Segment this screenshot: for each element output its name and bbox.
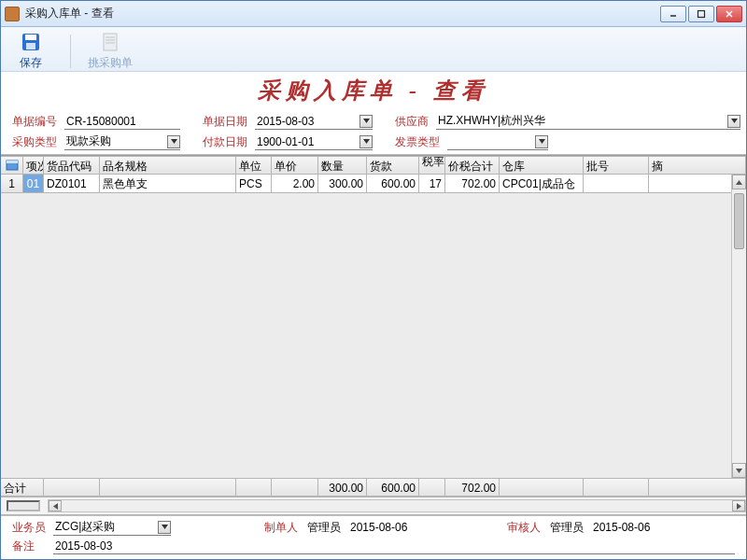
maximize-button[interactable]: [688, 6, 714, 22]
total-amt: 600.00: [367, 478, 419, 497]
purch-type-field[interactable]: 现款采购: [64, 133, 180, 150]
doc-date-label: 单据日期: [203, 114, 255, 130]
footer-form: 业务员 ZCG|赵采购 制单人 管理员 2015-08-06 审核人 管理员 2…: [1, 515, 746, 559]
supplier-field[interactable]: HZ.XHWHY|杭州兴华: [436, 113, 740, 130]
cell-taxamt[interactable]: 702.00: [445, 175, 500, 193]
col-wh[interactable]: 仓库: [500, 156, 584, 175]
save-icon: [20, 31, 42, 53]
invoice-type-field[interactable]: [447, 133, 548, 150]
total-qty: 300.00: [318, 478, 367, 497]
col-tax[interactable]: 税率%: [419, 156, 445, 175]
pay-date-field[interactable]: 1900-01-01: [255, 133, 373, 150]
cell-wh[interactable]: CPC01|成品仓: [500, 175, 584, 193]
sales-label: 业务员: [12, 520, 53, 536]
scroll-left-button[interactable]: [49, 500, 62, 511]
titlebar: 采购入库单 - 查看: [1, 1, 746, 27]
scroll-up-button[interactable]: [732, 175, 746, 189]
chevron-down-icon[interactable]: [158, 521, 171, 534]
save-button[interactable]: 保存: [8, 31, 53, 71]
grid-header: 项次 货品代码 品名规格 单位 单价 数量 货款 税率% 价税合计 仓库 批号 …: [1, 156, 746, 175]
close-button[interactable]: [716, 6, 742, 22]
col-amt[interactable]: 货款: [367, 156, 419, 175]
col-qty[interactable]: 数量: [318, 156, 367, 175]
chevron-down-icon[interactable]: [727, 115, 740, 128]
invoice-type-label: 发票类型: [395, 134, 447, 150]
col-spec[interactable]: 品名规格: [100, 156, 236, 175]
col-unit[interactable]: 单位: [236, 156, 272, 175]
svg-marker-21: [737, 503, 741, 510]
svg-marker-18: [736, 180, 742, 185]
remark-field[interactable]: 2015-08-03: [53, 538, 735, 554]
col-rem[interactable]: 摘: [649, 156, 746, 175]
col-taxamt[interactable]: 价税合计: [445, 156, 500, 175]
checker-name: 管理员: [548, 519, 591, 536]
svg-rect-5: [25, 35, 36, 40]
doc-no-label: 单据编号: [12, 114, 64, 130]
app-icon: [5, 7, 20, 21]
checker-label: 审核人: [507, 520, 548, 536]
chevron-down-icon[interactable]: [167, 135, 180, 148]
svg-marker-13: [171, 139, 177, 144]
cell-code[interactable]: DZ0101: [44, 175, 100, 193]
cell-spec[interactable]: 黑色单支: [100, 175, 236, 193]
chevron-down-icon[interactable]: [359, 115, 373, 128]
scroll-right-button[interactable]: [732, 500, 745, 511]
scroll-down-button[interactable]: [732, 463, 746, 478]
maker-date: 2015-08-06: [348, 519, 423, 536]
col-seq[interactable]: 项次: [23, 156, 44, 175]
svg-marker-14: [363, 139, 370, 144]
cell-price[interactable]: 2.00: [272, 175, 318, 193]
grid-body: 1 01 DZ0101 黑色单支 PCS 2.00 300.00 600.00 …: [1, 175, 746, 478]
svg-rect-17: [7, 161, 18, 163]
svg-marker-19: [736, 469, 742, 473]
maker-label: 制单人: [264, 520, 305, 536]
col-price[interactable]: 单价: [272, 156, 318, 175]
save-label: 保存: [20, 55, 42, 71]
chevron-down-icon[interactable]: [359, 135, 373, 148]
horizontal-scrollbar[interactable]: [48, 499, 746, 512]
purch-type-label: 采购类型: [12, 134, 64, 150]
cell-amt[interactable]: 600.00: [367, 175, 419, 193]
doc-no-field[interactable]: CR-15080001: [64, 113, 180, 130]
header-form: 单据编号 CR-15080001 单据日期 2015-08-03 供应商 HZ.…: [1, 111, 746, 155]
col-code[interactable]: 货品代码: [44, 156, 100, 175]
checker-date: 2015-08-06: [591, 519, 666, 536]
svg-rect-1: [698, 10, 705, 17]
svg-marker-11: [363, 119, 370, 123]
cell-qty[interactable]: 300.00: [318, 175, 367, 193]
vertical-scrollbar[interactable]: [731, 175, 746, 478]
row-selector-header[interactable]: [1, 156, 23, 175]
chevron-down-icon[interactable]: [535, 135, 548, 148]
row-index: 1: [1, 175, 23, 193]
sales-field[interactable]: ZCG|赵采购: [53, 519, 171, 536]
table-row[interactable]: 1 01 DZ0101 黑色单支 PCS 2.00 300.00 600.00 …: [1, 175, 746, 193]
doc-date-field[interactable]: 2015-08-03: [255, 113, 373, 130]
grid-footer: 合计 300.00 600.00 702.00: [1, 478, 746, 497]
svg-rect-7: [104, 34, 117, 50]
col-batch[interactable]: 批号: [584, 156, 649, 175]
page-title: 采购入库单 - 查看: [1, 76, 746, 105]
supplier-label: 供应商: [395, 114, 436, 130]
pick-label: 挑采购单: [88, 55, 133, 71]
document-icon: [99, 31, 121, 53]
toolbar-separator: [70, 35, 71, 68]
app-window: 采购入库单 - 查看 保存 挑采购单 采购入库单 - 查看 单据编号 CR-15…: [0, 0, 747, 560]
maker-name: 管理员: [305, 519, 348, 536]
cell-seq[interactable]: 01: [23, 175, 44, 193]
total-label: 合计: [1, 478, 44, 497]
minimize-button[interactable]: [660, 6, 686, 22]
total-taxamt: 702.00: [445, 478, 500, 497]
scroll-thumb[interactable]: [734, 193, 744, 249]
pick-purchase-button[interactable]: 挑采购单: [88, 31, 133, 71]
pay-date-label: 付款日期: [203, 134, 255, 150]
cell-batch[interactable]: [584, 175, 649, 193]
grid: 项次 货品代码 品名规格 单位 单价 数量 货款 税率% 价税合计 仓库 批号 …: [1, 155, 746, 515]
cell-unit[interactable]: PCS: [236, 175, 272, 193]
svg-marker-15: [539, 139, 545, 144]
toolbar: 保存 挑采购单: [1, 27, 746, 72]
svg-marker-22: [162, 525, 168, 529]
cell-tax[interactable]: 17: [419, 175, 445, 193]
svg-rect-6: [26, 43, 35, 49]
window-controls: [660, 6, 742, 22]
svg-marker-12: [731, 119, 738, 123]
